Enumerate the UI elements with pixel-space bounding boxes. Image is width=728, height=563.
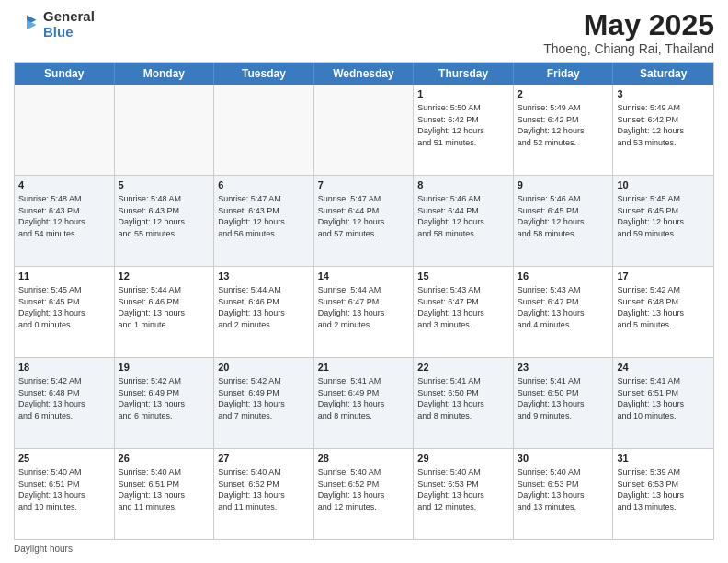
day-info-4: Sunrise: 5:48 AM Sunset: 6:43 PM Dayligh… <box>18 193 110 239</box>
day-info-21: Sunrise: 5:41 AM Sunset: 6:49 PM Dayligh… <box>318 375 410 421</box>
calendar-cell-day-16: 16Sunrise: 5:43 AM Sunset: 6:47 PM Dayli… <box>514 267 614 357</box>
calendar-cell-day-14: 14Sunrise: 5:44 AM Sunset: 6:47 PM Dayli… <box>314 267 415 357</box>
day-number-31: 31 <box>617 452 710 465</box>
header-day-tuesday: Tuesday <box>214 63 314 85</box>
day-info-2: Sunrise: 5:49 AM Sunset: 6:42 PM Dayligh… <box>518 102 609 148</box>
logo-text: General Blue <box>43 9 95 40</box>
day-number-2: 2 <box>518 87 609 101</box>
calendar-cell-day-15: 15Sunrise: 5:43 AM Sunset: 6:47 PM Dayli… <box>414 267 514 357</box>
day-number-26: 26 <box>119 452 210 465</box>
day-info-17: Sunrise: 5:42 AM Sunset: 6:48 PM Dayligh… <box>617 284 710 330</box>
header-day-wednesday: Wednesday <box>314 63 415 85</box>
footer-note: Daylight hours <box>14 544 714 554</box>
calendar-cell-day-6: 6Sunrise: 5:47 AM Sunset: 6:43 PM Daylig… <box>214 176 314 266</box>
day-info-25: Sunrise: 5:40 AM Sunset: 6:51 PM Dayligh… <box>18 466 110 512</box>
day-number-12: 12 <box>119 270 210 283</box>
calendar-cell-day-9: 9Sunrise: 5:46 AM Sunset: 6:45 PM Daylig… <box>514 176 614 266</box>
header-day-friday: Friday <box>514 63 614 85</box>
calendar-header-row: SundayMondayTuesdayWednesdayThursdayFrid… <box>15 63 713 85</box>
header-day-thursday: Thursday <box>414 63 514 85</box>
day-number-1: 1 <box>417 87 509 101</box>
calendar-cell-day-3: 3Sunrise: 5:49 AM Sunset: 6:42 PM Daylig… <box>613 85 713 175</box>
day-number-9: 9 <box>518 178 609 192</box>
day-info-19: Sunrise: 5:42 AM Sunset: 6:49 PM Dayligh… <box>119 375 210 421</box>
calendar-row-3: 18Sunrise: 5:42 AM Sunset: 6:48 PM Dayli… <box>15 357 713 448</box>
day-number-3: 3 <box>617 87 710 101</box>
day-number-24: 24 <box>617 361 710 374</box>
calendar-cell-day-18: 18Sunrise: 5:42 AM Sunset: 6:48 PM Dayli… <box>15 358 115 448</box>
calendar-cell-day-8: 8Sunrise: 5:46 AM Sunset: 6:44 PM Daylig… <box>414 176 514 266</box>
calendar-cell-day-1: 1Sunrise: 5:50 AM Sunset: 6:42 PM Daylig… <box>414 85 514 175</box>
day-number-21: 21 <box>318 361 410 374</box>
day-number-10: 10 <box>617 178 710 192</box>
calendar-row-2: 11Sunrise: 5:45 AM Sunset: 6:45 PM Dayli… <box>15 266 713 357</box>
calendar-cell-day-31: 31Sunrise: 5:39 AM Sunset: 6:53 PM Dayli… <box>613 449 713 539</box>
day-number-8: 8 <box>417 178 509 192</box>
day-info-27: Sunrise: 5:40 AM Sunset: 6:52 PM Dayligh… <box>218 466 310 512</box>
calendar-empty-cell <box>314 85 415 175</box>
generalblue-logo-icon <box>14 12 40 38</box>
page: General Blue May 2025 Thoeng, Chiang Rai… <box>0 0 728 563</box>
day-number-16: 16 <box>518 270 609 283</box>
day-info-1: Sunrise: 5:50 AM Sunset: 6:42 PM Dayligh… <box>417 102 509 148</box>
day-number-25: 25 <box>18 452 110 465</box>
calendar-cell-day-13: 13Sunrise: 5:44 AM Sunset: 6:46 PM Dayli… <box>214 267 314 357</box>
day-info-24: Sunrise: 5:41 AM Sunset: 6:51 PM Dayligh… <box>617 375 710 421</box>
day-info-15: Sunrise: 5:43 AM Sunset: 6:47 PM Dayligh… <box>417 284 509 330</box>
day-info-18: Sunrise: 5:42 AM Sunset: 6:48 PM Dayligh… <box>18 375 110 421</box>
day-info-6: Sunrise: 5:47 AM Sunset: 6:43 PM Dayligh… <box>218 193 310 239</box>
calendar-cell-day-19: 19Sunrise: 5:42 AM Sunset: 6:49 PM Dayli… <box>115 358 215 448</box>
day-number-27: 27 <box>218 452 310 465</box>
calendar-cell-day-23: 23Sunrise: 5:41 AM Sunset: 6:50 PM Dayli… <box>514 358 614 448</box>
day-info-29: Sunrise: 5:40 AM Sunset: 6:53 PM Dayligh… <box>417 466 509 512</box>
day-number-29: 29 <box>417 452 509 465</box>
logo: General Blue <box>14 9 95 40</box>
day-info-11: Sunrise: 5:45 AM Sunset: 6:45 PM Dayligh… <box>18 284 110 330</box>
header: General Blue May 2025 Thoeng, Chiang Rai… <box>14 9 714 56</box>
daylight-hours-label: Daylight hours <box>14 544 73 554</box>
day-info-23: Sunrise: 5:41 AM Sunset: 6:50 PM Dayligh… <box>518 375 609 421</box>
month-title: May 2025 <box>543 9 714 41</box>
calendar-cell-day-2: 2Sunrise: 5:49 AM Sunset: 6:42 PM Daylig… <box>514 85 614 175</box>
calendar-row-4: 25Sunrise: 5:40 AM Sunset: 6:51 PM Dayli… <box>15 448 713 539</box>
calendar-cell-day-5: 5Sunrise: 5:48 AM Sunset: 6:43 PM Daylig… <box>115 176 215 266</box>
calendar-cell-day-21: 21Sunrise: 5:41 AM Sunset: 6:49 PM Dayli… <box>314 358 415 448</box>
day-number-5: 5 <box>119 178 210 192</box>
calendar-empty-cell <box>214 85 314 175</box>
location-subtitle: Thoeng, Chiang Rai, Thailand <box>543 41 714 56</box>
calendar-cell-day-17: 17Sunrise: 5:42 AM Sunset: 6:48 PM Dayli… <box>613 267 713 357</box>
day-info-30: Sunrise: 5:40 AM Sunset: 6:53 PM Dayligh… <box>518 466 609 512</box>
day-number-28: 28 <box>318 452 410 465</box>
day-info-10: Sunrise: 5:45 AM Sunset: 6:45 PM Dayligh… <box>617 193 710 239</box>
calendar-cell-day-10: 10Sunrise: 5:45 AM Sunset: 6:45 PM Dayli… <box>613 176 713 266</box>
day-info-13: Sunrise: 5:44 AM Sunset: 6:46 PM Dayligh… <box>218 284 310 330</box>
day-number-14: 14 <box>318 270 410 283</box>
day-info-9: Sunrise: 5:46 AM Sunset: 6:45 PM Dayligh… <box>518 193 609 239</box>
calendar-cell-day-22: 22Sunrise: 5:41 AM Sunset: 6:50 PM Dayli… <box>414 358 514 448</box>
calendar-cell-day-20: 20Sunrise: 5:42 AM Sunset: 6:49 PM Dayli… <box>214 358 314 448</box>
logo-blue: Blue <box>43 25 95 40</box>
day-number-7: 7 <box>318 178 410 192</box>
calendar-empty-cell <box>115 85 215 175</box>
calendar-empty-cell <box>15 85 115 175</box>
day-number-30: 30 <box>518 452 609 465</box>
day-number-4: 4 <box>18 178 110 192</box>
day-number-17: 17 <box>617 270 710 283</box>
calendar-cell-day-28: 28Sunrise: 5:40 AM Sunset: 6:52 PM Dayli… <box>314 449 415 539</box>
day-info-14: Sunrise: 5:44 AM Sunset: 6:47 PM Dayligh… <box>318 284 410 330</box>
day-info-5: Sunrise: 5:48 AM Sunset: 6:43 PM Dayligh… <box>119 193 210 239</box>
calendar-cell-day-30: 30Sunrise: 5:40 AM Sunset: 6:53 PM Dayli… <box>514 449 614 539</box>
calendar-cell-day-24: 24Sunrise: 5:41 AM Sunset: 6:51 PM Dayli… <box>613 358 713 448</box>
calendar-cell-day-12: 12Sunrise: 5:44 AM Sunset: 6:46 PM Dayli… <box>115 267 215 357</box>
calendar: SundayMondayTuesdayWednesdayThursdayFrid… <box>14 62 714 540</box>
day-info-20: Sunrise: 5:42 AM Sunset: 6:49 PM Dayligh… <box>218 375 310 421</box>
calendar-cell-day-4: 4Sunrise: 5:48 AM Sunset: 6:43 PM Daylig… <box>15 176 115 266</box>
day-info-3: Sunrise: 5:49 AM Sunset: 6:42 PM Dayligh… <box>617 102 710 148</box>
day-info-7: Sunrise: 5:47 AM Sunset: 6:44 PM Dayligh… <box>318 193 410 239</box>
day-number-13: 13 <box>218 270 310 283</box>
day-number-23: 23 <box>518 361 609 374</box>
logo-general: General <box>43 9 95 25</box>
title-block: May 2025 Thoeng, Chiang Rai, Thailand <box>543 9 714 56</box>
calendar-row-0: 1Sunrise: 5:50 AM Sunset: 6:42 PM Daylig… <box>15 85 713 175</box>
day-number-20: 20 <box>218 361 310 374</box>
